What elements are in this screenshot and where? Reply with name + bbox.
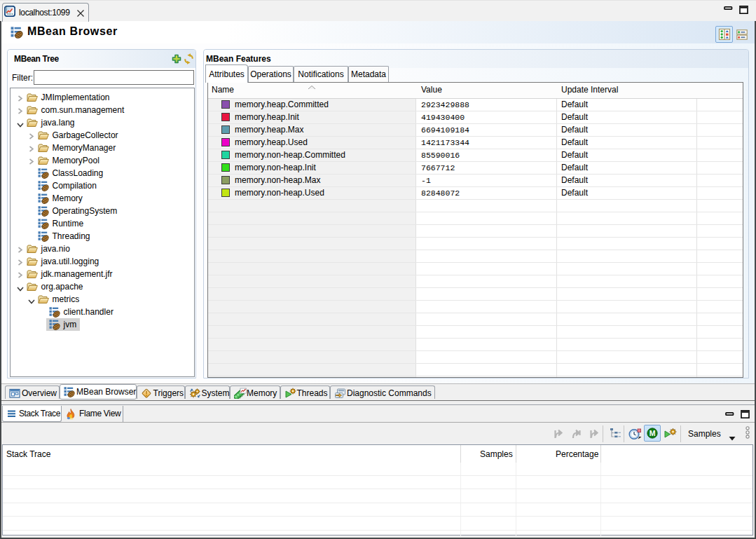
svg-text:M: M [650,429,656,437]
